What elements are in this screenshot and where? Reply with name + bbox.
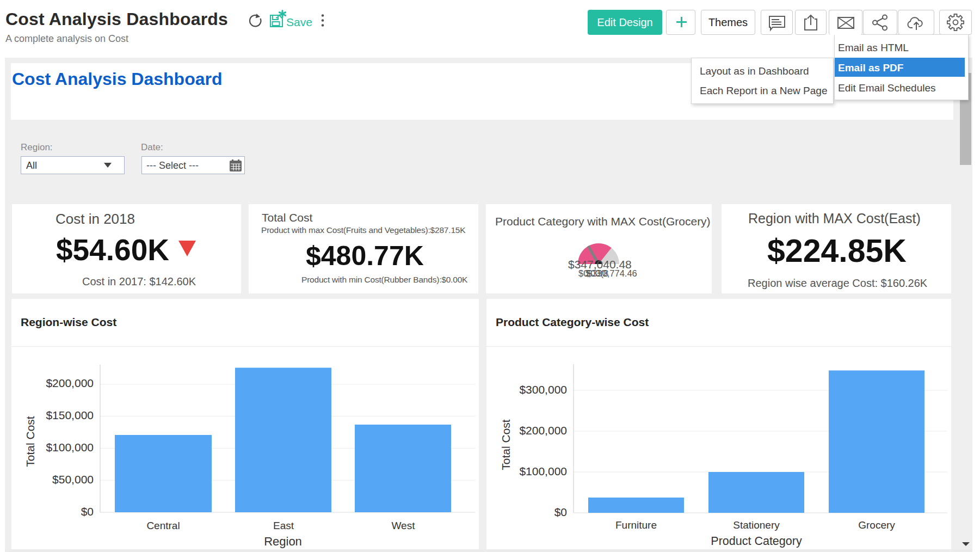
svg-text:Total Cost: Total Cost	[24, 416, 36, 467]
svg-text:Total Cost: Total Cost	[500, 419, 512, 470]
svg-text:Furniture: Furniture	[615, 519, 657, 531]
svg-text:$100,000: $100,000	[46, 441, 94, 453]
svg-text:$200,000: $200,000	[519, 424, 567, 437]
svg-text:Stationery: Stationery	[733, 519, 780, 531]
svg-text:Central: Central	[146, 520, 180, 531]
svg-text:West: West	[392, 520, 416, 531]
svg-text:$50,000: $50,000	[52, 473, 94, 486]
svg-text:$150,000: $150,000	[46, 409, 94, 421]
svg-text:Product Category: Product Category	[711, 535, 802, 548]
svg-text:$100,000: $100,000	[519, 465, 567, 477]
svg-text:$0: $0	[81, 505, 94, 518]
svg-text:$200,000: $200,000	[46, 377, 94, 389]
svg-text:$300,000: $300,000	[519, 383, 567, 396]
svg-text:East: East	[273, 520, 294, 531]
svg-text:$0: $0	[554, 506, 567, 518]
svg-text:Region: Region	[264, 535, 302, 548]
svg-text:Grocery: Grocery	[858, 519, 895, 531]
